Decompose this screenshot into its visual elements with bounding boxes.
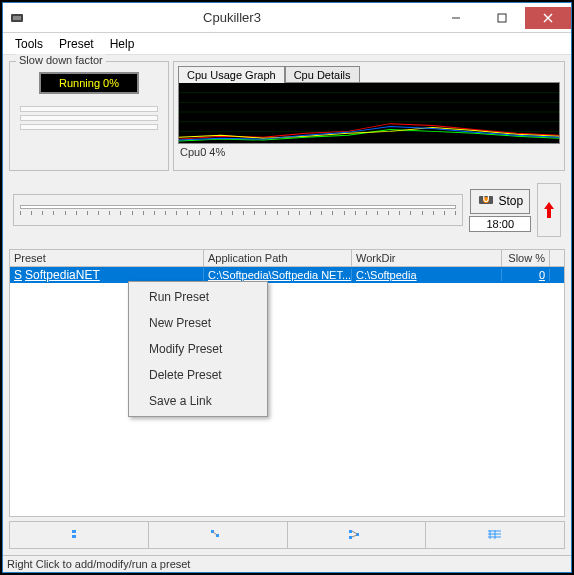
slider-ticks [20,211,456,215]
cm-modify-preset[interactable]: Modify Preset [131,336,265,362]
header-slow[interactable]: Slow % [502,250,550,266]
table-row[interactable]: SSoftpediaNET C:\Softpedia\Softpedia NET… [10,267,564,283]
app-icon [9,10,25,26]
bottom-toolbar [9,521,565,549]
slowdown-title: Slow down factor [16,54,106,66]
toolbar-btn-2[interactable] [149,522,288,548]
svg-rect-14 [72,530,76,533]
app-window: Cpukiller3 Tools Preset Help Slow down f… [2,2,572,573]
statusbar: Right Click to add/modify/run a preset [3,555,571,572]
toolbar-btn-4[interactable] [426,522,564,548]
running-badge: Running 0% [39,72,139,94]
minimize-button[interactable] [433,7,479,29]
header-preset[interactable]: Preset [10,250,204,266]
slowdown-slider[interactable] [20,205,456,209]
chip-icon: 0 [477,193,495,210]
slowdown-group: Slow down factor Running 0% [9,61,169,171]
body: Slow down factor Running 0% Cpu Usage Gr… [3,55,571,555]
window-title: Cpukiller3 [31,10,433,25]
toolbar-btn-3[interactable] [288,522,427,548]
stop-label: Stop [498,194,523,208]
maximize-button[interactable] [479,7,525,29]
preset-grid: Preset Application Path WorkDir Slow % S… [9,249,565,517]
cell-workdir: C:\Softpedia [352,269,502,281]
slowdown-bar [20,115,158,121]
cell-slow: 0 [502,269,550,281]
graph-group: Cpu Usage Graph Cpu Details [173,61,565,171]
menu-help[interactable]: Help [102,35,143,53]
slowdown-bar [20,124,158,130]
cell-path: C:\Softpedia\Softpedia NET... [204,269,352,281]
toolbar-btn-1[interactable] [10,522,149,548]
tab-cpu-usage[interactable]: Cpu Usage Graph [178,66,285,83]
header-path[interactable]: Application Path [204,250,352,266]
stop-area: 0 Stop 18:00 [469,189,531,232]
grid-header: Preset Application Path WorkDir Slow % [10,250,564,267]
slider-row: 0 Stop 18:00 [9,175,565,245]
grid-body[interactable]: SSoftpediaNET C:\Softpedia\Softpedia NET… [10,267,564,516]
cm-delete-preset[interactable]: Delete Preset [131,362,265,388]
svg-rect-20 [349,536,352,539]
cpu-graph [178,82,560,144]
context-menu: Run Preset New Preset Modify Preset Dele… [128,281,268,417]
tabs: Cpu Usage Graph Cpu Details [178,66,560,83]
cm-save-link[interactable]: Save a Link [131,388,265,414]
svg-text:0: 0 [483,193,490,205]
menu-preset[interactable]: Preset [51,35,102,53]
time-display: 18:00 [469,216,531,232]
cpu-label: Cpu0 4% [178,144,560,158]
menubar: Tools Preset Help [3,33,571,55]
titlebar: Cpukiller3 [3,3,571,33]
svg-rect-15 [72,535,76,538]
svg-rect-1 [13,16,21,20]
tab-cpu-details[interactable]: Cpu Details [285,66,360,83]
cm-run-preset[interactable]: Run Preset [131,284,265,310]
menu-tools[interactable]: Tools [7,35,51,53]
slowdown-bars [16,106,162,130]
top-row: Slow down factor Running 0% Cpu Usage Gr… [9,61,565,171]
slider-container [13,194,463,226]
cell-preset: SSoftpediaNET [10,268,204,282]
cm-new-preset[interactable]: New Preset [131,310,265,336]
svg-rect-3 [498,14,506,22]
window-buttons [433,7,571,29]
close-button[interactable] [525,7,571,29]
svg-line-22 [352,531,357,534]
svg-line-18 [213,532,217,535]
header-workdir[interactable]: WorkDir [352,250,502,266]
svg-rect-19 [349,530,352,533]
stop-button[interactable]: 0 Stop [470,189,530,214]
slowdown-bar [20,106,158,112]
up-arrow-button[interactable] [537,183,561,237]
